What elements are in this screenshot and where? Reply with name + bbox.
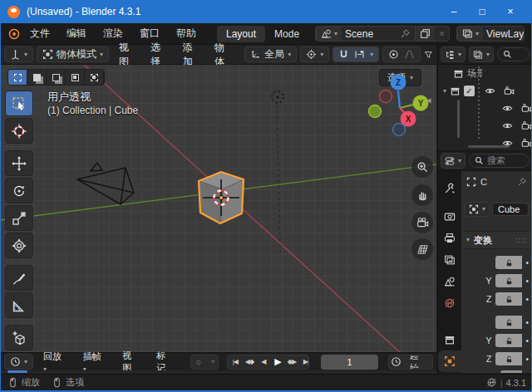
render-camera-icon[interactable] xyxy=(504,86,515,96)
record-icon[interactable]: ○ xyxy=(191,355,205,369)
frame-start-field[interactable]: 起始 xyxy=(403,355,432,369)
autokey-dropdown[interactable]: ▾ xyxy=(205,355,219,369)
tab-render[interactable] xyxy=(438,206,461,228)
minimize-button[interactable]: – xyxy=(440,0,468,23)
jump-to-start-button[interactable]: |◀ xyxy=(228,355,242,369)
lock-toggle[interactable] xyxy=(495,274,522,287)
prev-keyframe-button[interactable]: ◀◆ xyxy=(242,355,256,369)
tool-move[interactable] xyxy=(5,150,33,176)
camera-view-button[interactable] xyxy=(411,212,433,233)
lock-toggle[interactable] xyxy=(495,334,522,347)
tool-measure[interactable] xyxy=(5,292,33,318)
outliner-search[interactable] xyxy=(497,47,530,61)
playhead-marker[interactable] xyxy=(7,370,27,373)
pin-icon[interactable] xyxy=(517,177,527,187)
tab-view-layer[interactable] xyxy=(438,249,461,271)
gizmo-y-neg[interactable] xyxy=(369,105,382,118)
camera-object[interactable] xyxy=(77,163,134,204)
lock-toggle[interactable] xyxy=(495,352,522,365)
gizmo-x-neg[interactable] xyxy=(380,91,392,103)
select-mode-intersect-button[interactable] xyxy=(85,70,104,85)
magnet-icon[interactable] xyxy=(338,49,349,60)
tab-world[interactable] xyxy=(438,292,461,314)
mode-dropdown[interactable]: 物体模式 ▾ xyxy=(37,47,109,62)
animate-decorator[interactable]: • xyxy=(525,318,529,327)
outliner-row-object[interactable] xyxy=(438,100,532,117)
tool-annotate[interactable] xyxy=(5,265,33,291)
filter-visibility-icon[interactable] xyxy=(424,49,433,61)
properties-editor-type-button[interactable]: ▾ xyxy=(441,153,466,169)
lock-toggle[interactable] xyxy=(495,316,522,329)
ortho-toggle-button[interactable] xyxy=(411,238,433,260)
tab-scene[interactable] xyxy=(438,271,461,292)
outliner-row-collection[interactable]: ▾ ✓ xyxy=(438,82,532,100)
tool-scale[interactable] xyxy=(5,205,33,231)
properties-search[interactable]: 搜索 xyxy=(469,154,530,168)
transform-orientation-dropdown[interactable]: 全局 ▾ xyxy=(244,47,297,62)
maximize-button[interactable]: □ xyxy=(468,0,496,23)
animate-decorator[interactable]: • xyxy=(525,355,529,364)
outliner-scrollbar-horizontal[interactable] xyxy=(468,145,510,148)
falloff-icon[interactable] xyxy=(404,49,415,60)
expand-icon[interactable]: ▾ xyxy=(443,88,446,95)
proportional-edit-icon[interactable] xyxy=(388,49,399,60)
navigation-gizmo[interactable]: Z Y X xyxy=(363,70,435,141)
outliner-row-scene-collection[interactable]: 场景集合 xyxy=(438,65,532,82)
sidebar-collapse-arrow[interactable]: ◂ xyxy=(426,95,431,105)
outliner-display-mode-button[interactable]: ▾ xyxy=(469,47,494,62)
panel-grip[interactable]: :::: xyxy=(515,236,527,244)
tool-select-box[interactable] xyxy=(5,91,33,116)
tool-add-cube[interactable] xyxy=(5,325,33,350)
select-mode-invert-button[interactable] xyxy=(66,70,85,85)
eye-icon[interactable] xyxy=(485,86,495,96)
light-object[interactable] xyxy=(272,91,283,103)
lock-toggle[interactable] xyxy=(495,256,522,269)
tab-collection[interactable] xyxy=(438,329,461,350)
render-camera-icon[interactable] xyxy=(521,138,532,149)
transform-panel-header[interactable]: ▾ 变换 :::: xyxy=(461,231,532,249)
scene-name-field[interactable]: Scene xyxy=(342,28,396,40)
tab-output[interactable] xyxy=(438,228,461,249)
outliner-scrollbar-vertical[interactable] xyxy=(457,100,460,138)
render-camera-icon[interactable] xyxy=(521,103,532,114)
select-mode-set-button[interactable] xyxy=(8,70,27,85)
select-mode-subtract-button[interactable] xyxy=(47,70,66,85)
pivot-point-dropdown[interactable]: ▾ xyxy=(300,47,329,62)
animate-decorator[interactable]: • xyxy=(525,295,529,304)
eye-icon[interactable] xyxy=(502,120,513,131)
object-name-field[interactable]: Cube xyxy=(492,203,529,216)
render-camera-icon[interactable] xyxy=(521,120,532,131)
animate-decorator[interactable]: • xyxy=(525,258,529,267)
eye-icon[interactable] xyxy=(502,103,513,114)
viewport-3d[interactable]: 选项 ▾ 用户透视 (1) Collection | Cube Z Y X ◂ xyxy=(1,65,436,352)
tool-rotate[interactable] xyxy=(5,178,33,203)
outliner-row-object[interactable] xyxy=(438,135,532,152)
animate-decorator[interactable]: • xyxy=(525,277,529,286)
timeline-editor-type-button[interactable]: ▾ xyxy=(4,354,33,370)
outliner-editor-type-button[interactable]: ▾ xyxy=(441,47,466,62)
tab-tool[interactable] xyxy=(438,178,461,199)
lock-toggle[interactable] xyxy=(495,292,522,306)
object-browse-button[interactable]: ▾ xyxy=(465,202,490,217)
close-button[interactable]: × xyxy=(496,0,525,23)
scene-new-button[interactable] xyxy=(415,27,435,41)
jump-to-end-button[interactable]: ▶| xyxy=(298,355,309,369)
animate-decorator[interactable]: • xyxy=(525,373,529,374)
play-reverse-button[interactable]: ◀ xyxy=(256,355,270,369)
blender-menu-icon[interactable] xyxy=(7,27,21,41)
next-keyframe-button[interactable]: ◆▶ xyxy=(284,355,298,369)
snap-to-icon[interactable] xyxy=(354,49,365,60)
collection-checkbox[interactable]: ✓ xyxy=(464,86,475,96)
outliner-row-object[interactable] xyxy=(438,117,532,135)
scene-browse-button[interactable]: ▾ xyxy=(316,27,342,41)
use-preview-range-button[interactable] xyxy=(389,355,403,369)
play-button[interactable]: ▶ xyxy=(270,355,284,369)
tool-cursor[interactable] xyxy=(5,118,33,144)
pan-view-button[interactable] xyxy=(411,184,433,206)
tool-transform[interactable] xyxy=(5,233,33,258)
network-offline-icon[interactable] xyxy=(486,377,497,388)
viewlayer-name-field[interactable]: ViewLayer xyxy=(483,28,525,40)
scene-pin-button[interactable] xyxy=(396,27,415,41)
editor-type-button[interactable]: ▾ xyxy=(4,47,33,62)
scene-unlink-button[interactable]: × xyxy=(435,27,449,41)
